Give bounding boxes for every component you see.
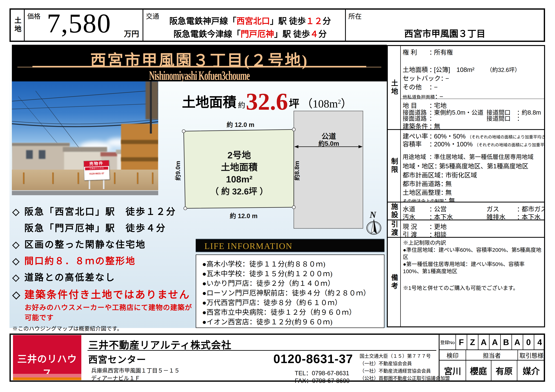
compass-n-label: N — [370, 210, 377, 220]
row-value: 所有権 — [434, 49, 453, 56]
detail-row: 土地区画整理：無 — [403, 187, 543, 197]
category-label: 土地 — [12, 17, 22, 34]
group-utilities: 施設 水道：公営ガス：都市ガス 汚水：本下水雑排水：本下水 — [388, 202, 544, 220]
group-label-text: 施設 — [389, 203, 399, 219]
corner-marker — [292, 206, 295, 209]
lot-diagram: 約 12.0 m 約 12.0 m 約9.0m 約8.8m 公道 約5.0m 2… — [174, 107, 389, 237]
life-info-item: ●ローソン門戸厄神駅前店：徒歩４分（約２８０ｍ） — [202, 287, 370, 298]
life-info-item: ●万代西宮門戸店：徒歩８分（約６１０ｍ） — [202, 297, 342, 307]
detail-row: 接面道路：接道間口： — [403, 114, 543, 122]
row-label-2: 雑排水 — [487, 212, 517, 220]
detail-row: その他：− — [403, 82, 543, 91]
group-label-text: 土地 — [389, 79, 399, 96]
detail-row: 権 利：所有権 — [403, 47, 543, 57]
colon: ： — [444, 196, 449, 202]
price-label: 価格 — [27, 11, 41, 21]
registration-table: 登録No F Z A A B A 0 4 検印 担当者 取引態様 宮川 櫻庭 有… — [439, 335, 545, 380]
feature-text: 道路との高低差なし — [24, 272, 115, 283]
sign-title: 売物件 — [84, 160, 109, 167]
corner-marker — [292, 128, 295, 131]
group-label: 施設 — [388, 202, 401, 220]
access-label: 交通 — [146, 11, 159, 21]
location-label: 所在 — [348, 11, 362, 21]
remarks-line: ●第一種低層住居専用地域：建ぺい率50%、容積率100%、第1種高度地区 — [403, 261, 542, 275]
row-divider — [401, 99, 544, 99]
access-2-pre: 阪急電鉄今津線「 — [174, 29, 241, 39]
flyer-page: 土地 価格 7,580 万円 交通 阪急電鉄神戸線「西宮北口」駅 徒歩１２分 阪… — [0, 0, 555, 392]
row-label: 土地面積 — [403, 65, 429, 74]
tel-number: TEL：0798-67-8631 — [295, 368, 349, 377]
group-label: 制限 — [388, 130, 401, 202]
survey-stake — [152, 172, 153, 184]
group-label-text: 引渡 — [389, 221, 399, 237]
life-info-item: ●イオン西宮店：徒歩１２分(約９６０ｍ) — [202, 316, 333, 326]
map-note-1: ※このハウジングマップは概要紹介図です。 — [12, 324, 199, 332]
row-value: 第5種高度地区、第1種高度地区 — [439, 163, 528, 170]
company-name: 三井不動産リアルティ株式会社 — [88, 337, 232, 351]
group-handover: 引渡 現 況：更地 引 渡：相談 — [388, 220, 544, 238]
group-land: 土地 権 利：所有権 土地面積：[公簿] 108m²（約32.6坪） セットバッ… — [388, 46, 544, 130]
access-2-station: 門戸厄神 — [241, 29, 274, 39]
colon: ： — [441, 179, 445, 188]
feature-text: 区画の整った閑静な住宅地 — [24, 239, 146, 250]
building-right-balcony — [121, 157, 158, 161]
life-info-title: LIFE INFORMATION — [204, 241, 292, 251]
building-top-right — [146, 81, 158, 119]
brand-logo-box: 三井のリハウス — [13, 335, 81, 380]
registration-char: 4 — [534, 335, 545, 349]
row-value: − — [434, 84, 438, 91]
feature-text: 阪急「門戸厄神」駅 徒歩４分 — [24, 223, 166, 233]
detail-row: 土地面積：[公簿] 108m²（約32.6坪） — [403, 65, 543, 74]
life-info-item: ●瓦木中学校：徒歩１５分(約１２００ｍ) — [202, 268, 333, 278]
row-value: 無 — [445, 189, 452, 196]
registration-char: F — [456, 335, 467, 349]
staff-header-row: 検印 担当者 取引態様 — [439, 350, 545, 361]
group-body: 水道：公営ガス：都市ガス 汚水：本下水雑排水：本下水 — [401, 202, 544, 220]
colon: ： — [429, 65, 434, 74]
dim-right: 約8.8m — [294, 161, 300, 181]
row-value: 無 — [434, 123, 440, 129]
feature-item: 阪急「門戸厄神」駅 徒歩４分 — [12, 221, 199, 237]
colon: ： — [429, 82, 434, 91]
row-label: 汚水 — [403, 212, 429, 220]
registration-char: A — [489, 335, 501, 349]
remarks-line: ※上記制限の内訳 — [403, 239, 542, 246]
row-label: 都市計画区域 — [403, 170, 441, 179]
registration-row: 登録No F Z A A B A 0 4 — [439, 335, 545, 350]
row-value: 200%・100% — [434, 141, 473, 148]
row-label: 建築条件 — [403, 121, 429, 129]
colon: ： — [435, 92, 439, 101]
survey-stake — [78, 172, 79, 184]
building-center-roof — [63, 147, 107, 152]
utility-pole — [150, 81, 152, 134]
access-1-mid: 」駅 徒歩 — [270, 16, 306, 26]
survey-stake — [114, 172, 115, 184]
row-label: 他私道負担面積 — [403, 93, 435, 100]
access-2-minutes: ４ — [310, 29, 318, 39]
detail-row: 都市計画区域：市街化区域 — [403, 170, 543, 179]
colon: ： — [429, 114, 434, 122]
detail-row: 他私道負担面積：− — [403, 92, 543, 101]
diamond-icon: ◇ — [12, 272, 24, 283]
life-info-item: ●いかり門戸店：徒歩２分（約１４０ｍ） — [202, 278, 335, 288]
group-body: 権 利：所有権 土地面積：[公簿] 108m²（約32.6坪） セットバック：−… — [401, 46, 544, 129]
detail-row: 容積率：200%・100% （それぞれの地域の面積により加重平均されます） — [403, 139, 543, 148]
survey-stake — [52, 172, 54, 184]
staff-name: 宮川 — [439, 361, 466, 380]
staff-name-row: 宮川 櫻庭 有原 媒介 — [439, 361, 545, 380]
transaction-type-header: 取引態様 — [518, 350, 545, 360]
row-label: セットバック — [403, 73, 441, 83]
colon: ： — [441, 73, 445, 83]
detail-row: 汚水：本下水雑排水：本下水 — [403, 212, 543, 220]
dim-bottom: 約 12.0 m — [230, 213, 258, 219]
diamond-icon: ◇ — [12, 289, 24, 301]
detail-row: 建築条件：無 — [403, 121, 543, 129]
category-cell: 土地 — [11, 10, 25, 41]
title-underline — [32, 66, 366, 67]
survey-stake — [137, 172, 138, 184]
group-label: 引渡 — [388, 220, 401, 237]
sign-leg — [89, 179, 90, 189]
logo-stripe-light — [13, 374, 81, 378]
colon: ： — [441, 187, 445, 197]
row-label: 地域・地区 — [403, 161, 434, 170]
